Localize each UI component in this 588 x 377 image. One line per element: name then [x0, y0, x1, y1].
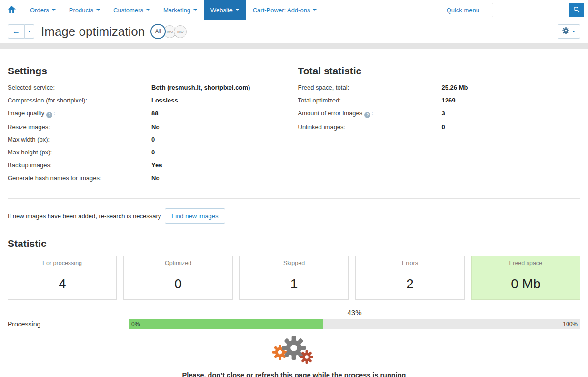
setting-row: Compression (for shortpixel):Lossless — [8, 97, 290, 104]
nav-item-orders[interactable]: Orders — [23, 0, 62, 20]
processing-animation — [272, 337, 316, 367]
setting-row: Max width (px):0 — [8, 136, 290, 143]
setting-value: Lossless — [151, 97, 178, 104]
home-button[interactable] — [0, 0, 23, 20]
setting-label: Image quality?: — [8, 110, 151, 118]
main-nav: OrdersProductsCustomersMarketingWebsiteC… — [23, 0, 323, 20]
setting-row: Selected service:Both (resmush.it, short… — [8, 84, 290, 92]
chevron-down-icon — [236, 9, 239, 11]
setting-value: 0 — [442, 124, 445, 131]
topnav-right: Quick menu — [447, 0, 588, 20]
chevron-down-icon — [313, 9, 317, 11]
back-button[interactable]: ← — [8, 24, 25, 39]
chevron-down-icon — [52, 9, 56, 11]
setting-value: No — [151, 175, 159, 182]
setting-row: Image quality?:88 — [8, 110, 290, 118]
setting-label: Compression (for shortpixel): — [8, 97, 151, 104]
nav-item-label: Marketing — [163, 7, 190, 14]
progress-bar: 0% 100% — [129, 319, 580, 329]
nav-item-label: Products — [69, 7, 93, 14]
setting-row: Freed space, total:25.26 Mb — [298, 84, 581, 92]
nav-item-products[interactable]: Products — [62, 0, 107, 20]
settings-rows: Selected service:Both (resmush.it, short… — [8, 84, 290, 182]
info-panels: Settings Selected service:Both (resmush.… — [8, 49, 580, 188]
storefront-badge[interactable]: IMO — [174, 25, 187, 38]
stat-card-optimized: Optimized0 — [123, 256, 232, 300]
setting-label: Selected service: — [8, 84, 151, 92]
top-navigation: OrdersProductsCustomersMarketingWebsiteC… — [0, 0, 588, 20]
page-title: Image optimization — [41, 24, 145, 39]
setting-value: 1269 — [442, 97, 456, 104]
nav-item-label: Customers — [113, 7, 143, 14]
main-content: Settings Selected service:Both (resmush.… — [0, 49, 588, 377]
stat-card-label: Optimized — [124, 256, 232, 270]
setting-label: Unlinked images: — [298, 124, 442, 131]
nav-item-marketing[interactable]: Marketing — [157, 0, 204, 20]
page-toolbar: ← Image optimization All IMOIMO — [0, 20, 588, 43]
setting-row: Resize images:No — [8, 124, 290, 131]
progress-bar-fill — [129, 319, 323, 329]
stat-card-value: 0 Mb — [472, 270, 580, 299]
arrow-left-icon: ← — [12, 27, 20, 35]
gear-icon — [300, 350, 313, 365]
nav-item-cart-power-add-ons[interactable]: Cart-Power: Add-ons — [246, 0, 324, 20]
chevron-down-icon — [28, 31, 31, 32]
search-input[interactable] — [492, 3, 569, 17]
setting-label: Max height (px): — [8, 149, 151, 156]
help-icon[interactable]: ? — [364, 112, 370, 118]
research-row: If new images have been added, re-search… — [8, 208, 580, 224]
search-button[interactable] — [569, 3, 584, 17]
stat-card-skipped: Skipped1 — [239, 256, 349, 300]
stat-card-label: Freed space — [472, 256, 580, 270]
total-statistic-panel: Total statistic Freed space, total:25.26… — [298, 49, 581, 188]
home-icon — [8, 6, 16, 14]
setting-value: No — [151, 124, 159, 131]
stat-card-errors: Errors2 — [355, 256, 464, 300]
stat-card-value: 0 — [124, 270, 232, 299]
progress-min-label: 0% — [131, 321, 140, 327]
nav-item-website[interactable]: Website — [204, 0, 246, 20]
setting-row: Generate hash names for images:No — [8, 175, 290, 182]
stat-card-for-processing: For processing4 — [8, 256, 117, 300]
find-new-images-button[interactable]: Find new images — [165, 208, 225, 224]
setting-row: Unlinked images:0 — [298, 124, 581, 131]
chevron-down-icon — [572, 31, 576, 32]
quick-menu-link[interactable]: Quick menu — [447, 7, 479, 14]
stat-card-label: Skipped — [240, 256, 348, 270]
nav-item-customers[interactable]: Customers — [107, 0, 157, 20]
back-button-group: ← — [8, 24, 34, 39]
setting-row: Total optimized:1269 — [298, 97, 581, 104]
statistic-cards: For processing4Optimized0Skipped1Errors2… — [8, 256, 580, 300]
setting-label: Amount of error images?: — [298, 110, 442, 118]
progress-percent-label: 43% — [129, 308, 580, 316]
total-statistic-heading: Total statistic — [298, 65, 581, 77]
nav-item-label: Cart-Power: Add-ons — [253, 7, 310, 14]
setting-row: Backup images:Yes — [8, 162, 290, 169]
setting-value: Yes — [151, 162, 162, 169]
page-settings-button[interactable] — [558, 24, 580, 39]
setting-label: Resize images: — [8, 124, 151, 131]
stat-card-label: Errors — [356, 256, 464, 270]
progress-status-label: Processing... — [8, 320, 129, 328]
storefront-all-button[interactable]: All — [150, 24, 166, 39]
gear-icon — [562, 27, 569, 36]
stat-card-label: For processing — [8, 256, 116, 270]
setting-value: 88 — [151, 110, 158, 118]
chevron-down-icon — [146, 9, 150, 11]
statistic-heading: Statistic — [8, 238, 580, 249]
back-dropdown-button[interactable] — [25, 24, 34, 39]
research-note: If new images have been added, re-search… — [8, 213, 161, 220]
settings-heading: Settings — [8, 65, 290, 77]
setting-row: Max height (px):0 — [8, 149, 290, 156]
setting-label: Backup images: — [8, 162, 151, 169]
help-icon[interactable]: ? — [46, 112, 52, 118]
setting-value: 25.26 Mb — [442, 84, 468, 92]
total-statistic-rows: Freed space, total:25.26 MbTotal optimiz… — [298, 84, 581, 131]
setting-label: Total optimized: — [298, 97, 442, 104]
search-icon — [573, 6, 580, 14]
setting-value: 0 — [151, 136, 155, 143]
nav-item-label: Website — [210, 7, 233, 14]
setting-label: Freed space, total: — [298, 84, 442, 92]
progress-max-label: 100% — [563, 321, 578, 327]
section-divider — [8, 198, 580, 199]
